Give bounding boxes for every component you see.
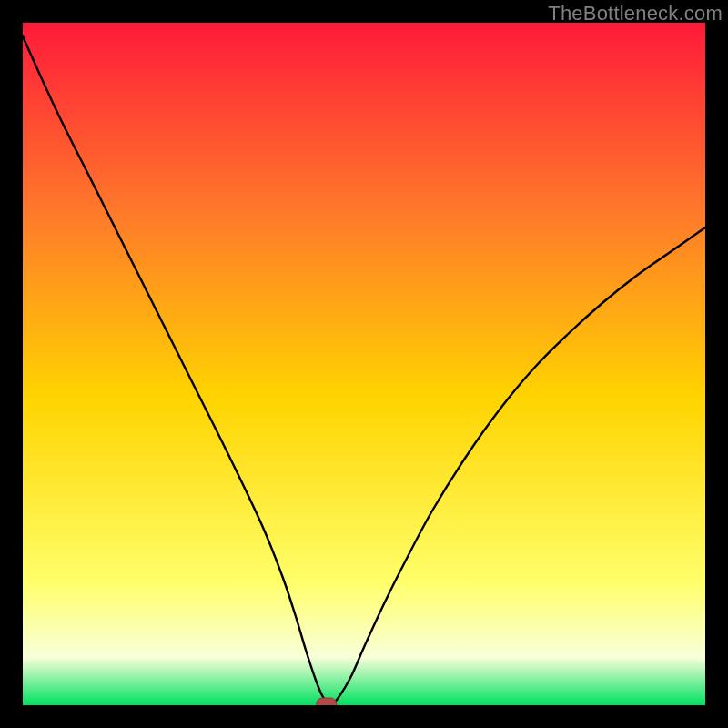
gradient-background [23, 23, 705, 705]
chart-frame: TheBottleneck.com [0, 0, 728, 728]
plot-area [23, 23, 705, 705]
watermark-text: TheBottleneck.com [548, 2, 723, 25]
chart-svg [23, 23, 705, 705]
optimum-marker [317, 698, 337, 705]
